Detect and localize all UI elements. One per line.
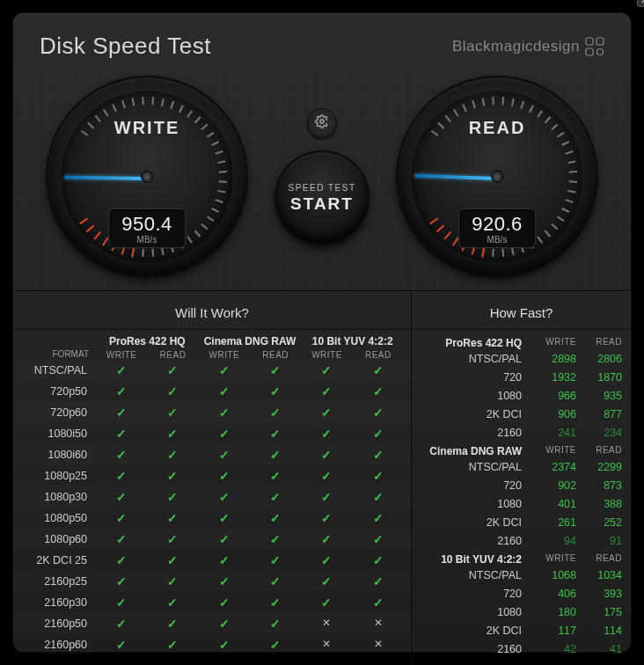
howfast-row: 2160 94 91 [421,531,622,550]
howfast-read-header: READ [576,553,622,566]
check-icon: ✓ [250,553,301,567]
howfast-write-value: 2898 [531,353,576,365]
howfast-read-value: 2299 [576,461,622,473]
howfast-row: NTSC/PAL 2374 2299 [421,457,622,476]
col-write-0: WRITE [96,350,147,360]
check-icon: ✓ [353,406,404,420]
howfast-write-value: 906 [531,408,576,420]
check-icon: ✓ [301,532,352,546]
howfast-write-value: 2374 [531,461,576,473]
wiw-row: 1080p30✓✓✓✓✓✓ [13,486,411,508]
format-label: 1080p30 [20,491,96,503]
check-icon: ✓ [301,511,352,525]
format-label: 2160p30 [20,596,96,609]
howfast-write-header: WRITE [531,445,576,457]
howfast-format: 2K DCI [421,625,531,637]
check-icon: ✓ [199,406,250,420]
write-gauge-wrap: WRITE 950.4 MB/s [42,76,252,278]
wiw-row: 1080p50✓✓✓✓✓✓ [13,508,411,529]
check-icon: ✓ [301,384,352,398]
check-icon: ✓ [199,511,250,525]
format-label: 720p60 [20,406,96,419]
write-gauge-label: WRITE [48,118,246,138]
howfast-format: NTSC/PAL [421,353,531,365]
check-icon: ✓ [96,363,147,377]
wiw-row: 2160p50✓✓✓✓✕✕ [13,613,411,634]
howfast-read-value: 2806 [576,353,622,365]
check-icon: ✓ [250,469,301,483]
check-icon: ✓ [353,532,404,546]
check-icon: ✓ [250,448,301,462]
x-icon: ✕ [301,617,352,631]
check-icon: ✓ [147,427,198,441]
check-icon: ✓ [96,553,147,567]
check-icon: ✓ [147,406,198,420]
check-icon: ✓ [353,469,404,483]
wiw-row: 1080p60✓✓✓✓✓✓ [13,529,411,550]
check-icon: ✓ [301,490,352,504]
header: Disk Speed Test Blackmagicdesign [13,13,631,69]
check-icon: ✓ [250,617,301,631]
howfast-row: 1080 401 388 [421,494,622,513]
settings-button[interactable] [307,108,337,138]
howfast-format: 720 [421,479,531,492]
howfast-read-value: 873 [576,479,622,492]
will-it-work-panel: Will It Work? FORMAT ProRes 422 HQ WRITE… [13,291,412,665]
howfast-codec-title: Cinema DNG RAW [421,445,531,457]
check-icon: ✓ [96,596,147,610]
check-icon: ✓ [250,490,301,504]
howfast-read-value: 393 [576,588,622,600]
check-icon: ✓ [199,448,250,462]
howfast-read-value: 252 [576,516,622,529]
check-icon: ✓ [96,511,147,525]
howfast-read-value: 175 [576,606,622,618]
svg-rect-1 [596,38,604,45]
wiw-row: 720p50✓✓✓✓✓✓ [13,381,411,402]
x-icon: ✕ [353,617,404,631]
check-icon: ✓ [147,469,198,483]
check-icon: ✓ [250,574,301,588]
format-label: 720p50 [20,385,96,398]
howfast-write-value: 1932 [531,371,576,384]
gauge-area: WRITE 950.4 MB/s SPEED TEST START [13,69,631,290]
howfast-read-value: 1034 [576,569,622,581]
write-readout: 950.4 MB/s [108,208,186,248]
check-icon: ✓ [250,511,301,525]
read-value: 920.6 [472,213,523,236]
col-write-1: WRITE [199,350,250,360]
howfast-row: 1080 966 935 [421,386,622,405]
start-button[interactable]: SPEED TEST START [274,150,370,245]
howfast-read-header: READ [576,445,622,457]
brand-label: Blackmagicdesign [452,37,604,56]
check-icon: ✓ [353,490,404,504]
col-read-0: READ [147,350,198,360]
check-icon: ✓ [250,427,301,441]
check-icon: ✓ [147,617,198,631]
howfast-write-value: 902 [531,479,576,492]
x-icon: ✕ [353,638,404,652]
check-icon: ✓ [199,638,250,652]
codec-header-2: 10 Bit YUV 4:2:2 [301,335,404,350]
check-icon: ✓ [250,596,301,610]
check-icon: ✓ [96,574,147,588]
howfast-read-value: 877 [576,408,622,420]
check-icon: ✓ [250,406,301,420]
check-icon: ✓ [96,490,147,504]
howfast-row: 2160 241 234 [421,423,622,442]
will-it-work-title: Will It Work? [13,300,411,330]
wiw-row: 2160p25✓✓✓✓✓✓ [13,571,411,592]
check-icon: ✓ [199,469,250,483]
format-label: 1080i60 [20,449,96,461]
howfast-write-value: 406 [531,588,576,600]
check-icon: ✓ [353,596,404,610]
check-icon: ✓ [353,511,404,525]
check-icon: ✓ [199,427,250,441]
format-label: 2160p25 [20,575,96,588]
check-icon: ✓ [250,638,301,652]
check-icon: ✓ [250,532,301,546]
howfast-write-value: 117 [531,625,576,637]
read-unit: MB/s [472,235,523,245]
format-label: 2160p50 [20,618,96,630]
howfast-read-value: 234 [576,427,622,439]
close-button[interactable]: ✕ [637,0,644,7]
